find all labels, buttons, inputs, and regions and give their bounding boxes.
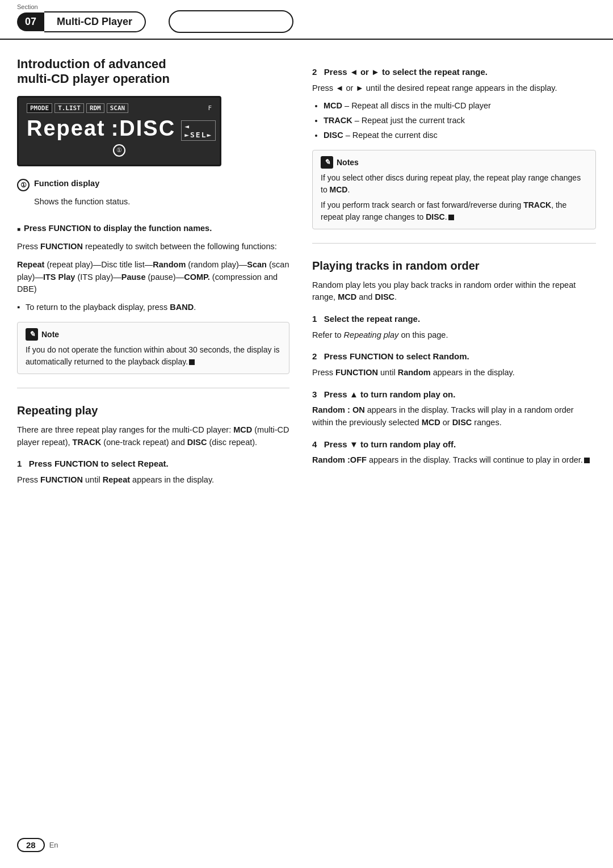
lcd-bottom-row: ① (27, 144, 212, 157)
rep-step1-text: Press FUNCTION until Repeat appears in t… (17, 474, 289, 487)
repeat-range-bullets: MCD – Repeat all discs in the multi-CD p… (312, 100, 596, 141)
lcd-callout-circle: ① (113, 144, 125, 157)
repeat-note-1: If you select other discs during repeat … (321, 172, 587, 196)
random-play-heading: Playing tracks in random order (312, 259, 596, 272)
repeat-bullet-track: TRACK – Repeat just the current track (324, 115, 596, 127)
callout-1-title: Function display (34, 179, 99, 188)
lcd-tag-tlist: T.LIST (54, 103, 84, 113)
lcd-sel-label: ◄ ►SEL► (181, 120, 216, 141)
lcd-display: PMODE T.LIST RDM SCAN F Repeat :DISC ◄ ►… (17, 96, 221, 166)
random-play-intro: Random play lets you play back tracks in… (312, 279, 596, 304)
repeat-note-2: If you perform track search or fast forw… (321, 199, 587, 223)
rand-step1-text: Refer to Repeating play on this page. (312, 329, 596, 342)
rep-step1-heading: 1 Press FUNCTION to select Repeat. (17, 458, 289, 471)
rand-step1-heading: 1 Select the repeat range. (312, 313, 596, 326)
rep-step2-text: Press ◄ or ► until the desired repeat ra… (312, 82, 596, 95)
header-right-box (169, 10, 293, 33)
lcd-tag-rdm: RDM (86, 103, 104, 113)
lcd-f-label: F (208, 104, 212, 112)
lcd-main-text: Repeat :DISC ◄ ►SEL► (27, 116, 212, 141)
header-row: 07 Multi-CD Player (0, 10, 613, 40)
repeating-play-intro: There are three repeat play ranges for t… (17, 424, 289, 449)
callout-1-area: ① Function display Shows the function st… (17, 178, 289, 214)
repeating-play-heading: Repeating play (17, 404, 289, 417)
repeat-bullet-disc: DISC – Repeat the current disc (324, 129, 596, 142)
note-header-intro: ✎ Note (26, 328, 281, 341)
rep-step2-heading: 2 Press ◄ or ► to select the repeat rang… (312, 66, 596, 79)
callout-1-desc: Shows the function status. (34, 196, 130, 208)
lcd-tag-pmode: PMODE (27, 103, 52, 113)
page-number-area: 28 En (17, 838, 58, 852)
section-label: Section (17, 3, 38, 10)
callout-1-content: Function display Shows the function stat… (34, 178, 130, 214)
functions-text: Repeat (repeat play)—Disc title list—Ran… (17, 259, 289, 296)
note-icon-intro: ✎ (26, 328, 38, 341)
rand-step4-heading: 4 Press ▼ to turn random play off. (312, 438, 596, 451)
section-label-row: Section (0, 0, 613, 10)
page-lang: En (49, 841, 58, 849)
note-header-repeat: ✎ Notes (321, 156, 587, 169)
callout-num-1: ① (17, 179, 30, 191)
lcd-tag-scan: SCAN (107, 103, 129, 113)
lcd-top-row: PMODE T.LIST RDM SCAN F (27, 103, 212, 113)
right-column: 2 Press ◄ or ► to select the repeat rang… (312, 57, 596, 492)
note-box-repeat: ✎ Notes If you select other discs during… (312, 150, 596, 229)
page-number: 28 (17, 838, 45, 852)
divider-1 (17, 388, 289, 388)
press-func-heading: Press FUNCTION to display the function n… (17, 223, 289, 235)
repeat-bullet-mcd: MCD – Repeat all discs in the multi-CD p… (324, 100, 596, 112)
return-text: To return to the playback display, press… (17, 301, 289, 314)
rand-step3-text: Random : ON appears in the display. Trac… (312, 404, 596, 429)
section-badge: 07 (17, 12, 44, 31)
divider-2 (312, 243, 596, 244)
note-box-intro: ✎ Note If you do not operate the functio… (17, 322, 289, 374)
rand-step3-heading: 3 Press ▲ to turn random play on. (312, 388, 596, 401)
note-text-intro: If you do not operate the function withi… (26, 344, 281, 368)
left-column: Introduction of advanced multi-CD player… (17, 57, 289, 492)
intro-heading: Introduction of advanced multi-CD player… (17, 57, 289, 87)
rand-step2-heading: 2 Press FUNCTION to select Random. (312, 350, 596, 363)
rand-step4-text: Random :OFF appears in the display. Trac… (312, 454, 596, 467)
notes-label: Notes (337, 158, 359, 167)
press-func-text: Press FUNCTION repeatedly to switch betw… (17, 241, 289, 253)
note-icon-repeat: ✎ (321, 156, 333, 169)
section-title-box: Multi-CD Player (44, 11, 146, 32)
rand-step2-text: Press FUNCTION until Random appears in t… (312, 367, 596, 379)
